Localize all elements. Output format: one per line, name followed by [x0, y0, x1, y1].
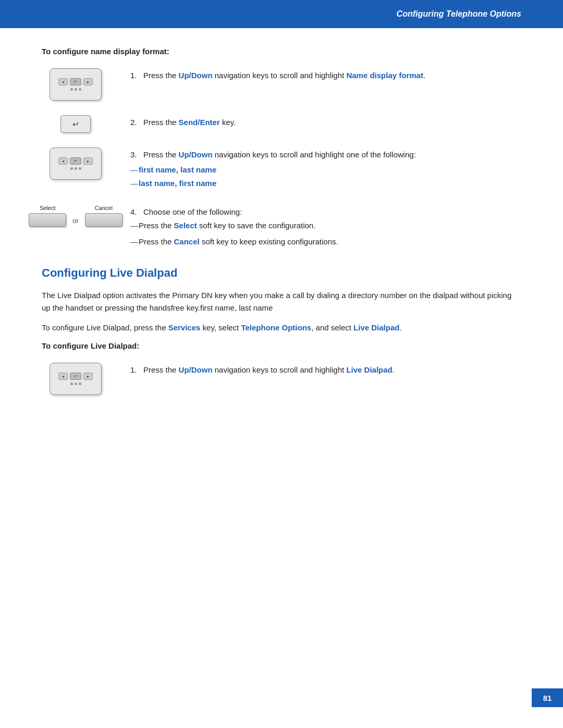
step4-image: Select or Cancel: [42, 205, 109, 227]
dot2-3: [75, 382, 77, 385]
step3-text-before: Press the: [143, 150, 179, 159]
soft-keys-group: Select or Cancel: [29, 205, 123, 227]
option-first-last: first name, last name: [130, 164, 521, 176]
body2-end: .: [399, 323, 401, 332]
nav-key-icon-2: ◂ ↵ ▸: [50, 147, 102, 180]
nav-dots-2: [70, 167, 81, 170]
option-last-first-text: last name, first name: [139, 179, 216, 188]
center-btn-icon-2: ↵: [70, 157, 81, 165]
step2-content: 2. Press the Send/Enter key.: [130, 115, 521, 128]
dot1-3: [70, 382, 73, 385]
header-banner: Configuring Telephone Options: [0, 0, 563, 28]
nav-arrows-2: ◂ ↵ ▸: [58, 157, 93, 165]
nav-key-icon-3: ◂ ↵ ▸: [50, 363, 102, 395]
step3-image: ◂ ↵ ▸: [42, 147, 109, 180]
select-button[interactable]: [29, 213, 66, 227]
dot3-3: [79, 382, 81, 385]
step2-row: ↵ 2. Press the Send/Enter key.: [42, 115, 521, 133]
cancel-label: Cancel: [95, 205, 113, 211]
step4-select-word: Select: [174, 221, 197, 230]
s2-step1-content: 1. Press the Up/Down navigation keys to …: [130, 363, 521, 376]
s2-step1-image: ◂ ↵ ▸: [42, 363, 109, 395]
section2-body1: The Live Dialpad option activates the Pr…: [42, 289, 521, 314]
s2-step1-before: Press the: [143, 365, 179, 374]
dot2: [75, 88, 77, 91]
cancel-button[interactable]: [85, 213, 123, 227]
step4-cancel-before: Press the: [139, 237, 174, 246]
section2-title: Configuring Live Dialpad: [42, 266, 521, 280]
page-number: 81: [543, 694, 552, 702]
step3-updown: Up/Down: [179, 150, 213, 159]
enter-symbol: ↵: [72, 119, 79, 129]
step3-options: first name, last name last name, first n…: [130, 164, 521, 189]
section2-body2: To configure Live Dialpad, press the Ser…: [42, 322, 521, 334]
s2-step1-live: Live Dialpad: [346, 365, 392, 374]
nav-dots-3: [70, 382, 81, 385]
center-btn-icon-3: ↵: [70, 373, 81, 380]
dot2-2: [75, 167, 77, 170]
step4-option-cancel: Press the Cancel soft key to keep existi…: [130, 236, 521, 248]
body2-and: , and select: [311, 323, 353, 332]
s2-step1-end: .: [393, 365, 395, 374]
dot1: [70, 88, 73, 91]
step4-select-before: Press the: [139, 221, 174, 230]
s2-step1-row: ◂ ↵ ▸ 1. Press the Up/Down navigation ke…: [42, 363, 521, 395]
step4-option-select: Press the Select soft key to save the co…: [130, 220, 521, 232]
step1-text-mid: navigation keys to scroll and highlight: [213, 71, 347, 80]
body2-telephone: Telephone Options: [241, 323, 311, 332]
step2-image: ↵: [42, 115, 109, 133]
step1-row: ◂ ↵ ▸ 1. Press the Up/Down navigation ke…: [42, 68, 521, 101]
step3-number: 3.: [130, 150, 141, 159]
left-arrow-icon-3: ◂: [58, 373, 68, 380]
step4-content: 4. Choose one of the following: Press th…: [130, 205, 521, 252]
step4-cancel-word: Cancel: [174, 237, 200, 246]
body2-mid: key, select: [200, 323, 241, 332]
step3-row: ◂ ↵ ▸ 3. Press the Up/Down navigation ke…: [42, 147, 521, 190]
step1-content: 1. Press the Up/Down navigation keys to …: [130, 68, 521, 81]
step2-text-before: Press the: [143, 118, 179, 127]
s2-step1-mid: navigation keys to scroll and highlight: [213, 365, 347, 374]
select-label: Select: [40, 205, 56, 211]
step2-number: 2.: [130, 118, 141, 127]
right-arrow-icon-3: ▸: [83, 373, 93, 380]
step1-image: ◂ ↵ ▸: [42, 68, 109, 101]
enter-key-icon: ↵: [60, 115, 91, 133]
left-arrow-icon: ◂: [58, 78, 68, 85]
step3-content: 3. Press the Up/Down navigation keys to …: [130, 147, 521, 190]
step4-cancel-after: soft key to keep existing configurations…: [200, 237, 338, 246]
step1-text-before: Press the: [143, 71, 179, 80]
cancel-key-group: Cancel: [85, 205, 123, 227]
step4-row: Select or Cancel 4. Choose one of the fo…: [42, 205, 521, 252]
step4-number: 4.: [130, 207, 141, 216]
dot3: [79, 88, 81, 91]
body2-live: Live Dialpad: [353, 323, 399, 332]
s2-step1-updown: Up/Down: [179, 365, 213, 374]
body2-services: Services: [168, 323, 201, 332]
page-container: Configuring Telephone Options To configu…: [0, 0, 563, 728]
nav-arrows: ◂ ↵ ▸: [58, 78, 93, 85]
step4-select-after: soft key to save the configuration.: [197, 221, 316, 230]
step4-options: Press the Select soft key to save the co…: [130, 220, 521, 248]
select-key-group: Select: [29, 205, 66, 227]
option-last-first: last name, first name: [130, 177, 521, 189]
step1-name-display: Name display format: [346, 71, 423, 80]
nav-arrows-3: ◂ ↵ ▸: [58, 373, 93, 380]
s2-step1-number: 1.: [130, 365, 141, 374]
step1-number: 1.: [130, 71, 141, 80]
left-arrow-icon-2: ◂: [58, 157, 68, 165]
right-arrow-icon: ▸: [83, 78, 93, 85]
page-number-box: 81: [532, 688, 563, 707]
nav-dots: [70, 88, 81, 91]
section2-heading: To configure Live Dialpad:: [42, 341, 521, 350]
step4-choose-text: Choose one of the following:: [143, 207, 242, 216]
step2-text-after: key.: [220, 118, 236, 127]
or-text: or: [72, 217, 79, 225]
step2-send-enter: Send/Enter: [179, 118, 220, 127]
option-first-last-text: first name, last name: [139, 165, 216, 174]
body2-before: To configure Live Dialpad, press the: [42, 323, 168, 332]
dot1-2: [70, 167, 73, 170]
nav-key-icon: ◂ ↵ ▸: [50, 68, 102, 101]
center-btn-icon: ↵: [70, 78, 81, 85]
section1-heading: To configure name display format:: [42, 47, 521, 56]
right-arrow-icon-2: ▸: [83, 157, 93, 165]
